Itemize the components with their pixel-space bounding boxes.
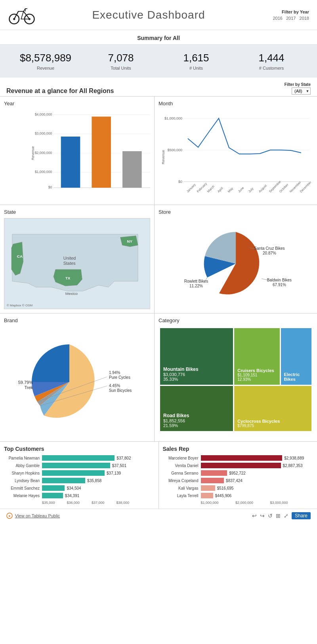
svg-text:Mexico: Mexico [65,291,78,296]
kpi-revenue-value: $8,578,989 [8,52,83,64]
customer-value: $37,139 [107,471,121,475]
revenue-header: Revenue at a glance for All Regions Filt… [0,78,317,96]
customer-bar [42,455,115,461]
svg-text:$2,000,000: $2,000,000 [35,151,52,155]
svg-text:$0: $0 [178,180,182,184]
svg-text:4.45%: 4.45% [109,384,120,388]
svg-text:States: States [63,261,76,266]
year-month-row: Year $4,000,000 $3,000,000 $2,000,000 $1… [0,96,317,205]
svg-text:Baldwin Bikes: Baldwin Bikes [267,278,292,282]
customer-value: $34,504 [67,486,81,490]
year-2016[interactable]: 2016 [273,16,282,21]
back-icon[interactable]: ↺ [268,513,273,519]
kpi-customers-value: 1,444 [234,52,309,64]
svg-text:NY: NY [127,239,132,243]
svg-text:Santa Cruz Bikes: Santa Cruz Bikes [254,246,285,251]
svg-text:February: February [196,182,208,193]
customer-bar [42,493,63,498]
header: Executive Dashboard Filter by Year 2016 … [0,0,317,30]
rep-bar [201,478,224,483]
customer-row: Sharyn Hopkins $37,139 [4,470,155,476]
store-pie-chart: Santa Cruz Bikes 20.87% Rowlett Bikes 11… [172,220,299,307]
month-line-chart: Revenue $1,000,000 $500,000 $0 January F… [158,110,313,201]
rep-x-3m: $3,000,000 [270,501,288,505]
rep-name: Mireya Copeland [163,479,199,483]
svg-text:Trek: Trek [24,385,33,390]
road-bikes-value: $1,852,556 [163,418,230,423]
kpi-revenue: $8,578,989 Revenue [8,52,83,70]
year-bar-chart: $4,000,000 $3,000,000 $2,000,000 $1,000,… [31,110,150,191]
us-map-svg: CA TX NY United States Mexico [4,218,150,309]
filter-year: Filter by Year 2016 2017 2018 [262,9,309,21]
kpi-customers: 1,444 # Customers [234,52,309,70]
rep-value: $445,906 [215,494,232,498]
svg-text:2018: 2018 [128,190,137,191]
customer-name: Emmitt Sanchez [4,486,40,490]
customer-name: Melanie Hayes [4,494,40,498]
svg-text:October: October [279,183,289,194]
kpi-total-units-label: Total Units [83,66,158,70]
svg-text:United: United [63,256,76,260]
cyclocross-label: Cyclocross Bicycles [237,419,308,424]
year-2018[interactable]: 2018 [300,16,309,21]
bar-2016 [61,137,80,188]
state-chart-title: State [4,209,150,215]
undo-icon[interactable]: ↩ [252,513,257,519]
customer-value: $37,501 [112,464,126,468]
redo-icon[interactable]: ↪ [260,513,265,519]
tableau-icon: ✦ [6,513,13,519]
road-bikes-label: Road Bikes [163,413,230,418]
svg-text:✦: ✦ [8,514,11,518]
svg-text:March: March [206,184,215,193]
store-pie-area: Santa Cruz Bikes 20.87% Rowlett Bikes 11… [158,218,313,309]
brand-chart-panel: Brand [0,313,155,441]
expand-icon[interactable]: ⤢ [284,513,288,519]
year-2017[interactable]: 2017 [286,16,296,21]
rep-value: $2,938,889 [284,456,304,460]
mountain-bikes-pct: 35.33% [163,377,230,382]
cyclocross-value: $799,875 [237,424,308,428]
category-road: Road Bikes $1,852,556 21.59% [160,386,233,431]
customer-row: Abby Gamble $37,501 [4,463,155,468]
customer-value: $34,391 [65,494,79,498]
year-chart-title: Year [4,101,150,106]
svg-text:$3,000,000: $3,000,000 [35,131,52,135]
cruisers-label: Cruisers Bicycles [237,368,276,373]
filter-year-values[interactable]: 2016 2017 2018 [262,16,309,21]
rep-name: Kali Vargas [163,486,199,490]
footer: ✦ View on Tableau Public ↩ ↪ ↺ ⊞ ⤢ Share [0,509,317,522]
brand-pie-chart: 59.79% Trek 1.94% Pure Cycles 4.45% Sun … [6,329,149,435]
store-chart-title: Store [158,209,313,215]
filter-state-select[interactable]: (All) [292,87,311,95]
customers-x-axis: $35,000 $36,000 $37,000 $38,000 [42,501,129,505]
customer-name: Lyndsey Bean [4,479,40,483]
sales-rep-row: Mireya Copeland $837,424 [163,478,313,483]
svg-text:August: August [258,184,268,194]
rep-name: Marcelene Boyer [163,456,199,460]
us-map: CA TX NY United States Mexico © Mapbox ©… [4,218,150,309]
customer-value: $37,802 [116,456,131,460]
salesrep-x-axis: $1,000,000 $2,000,000 $3,000,000 [201,501,288,505]
svg-text:May: May [227,186,234,193]
view-on-tableau-label[interactable]: View on Tableau Public [15,513,60,518]
footer-left[interactable]: ✦ View on Tableau Public [6,513,60,519]
top-customers-list: Pamelia Newman $37,802 Abby Gamble $37,5… [4,455,155,498]
rep-value: $516,695 [217,486,234,490]
svg-text:11.22%: 11.22% [189,284,203,288]
category-treemap: Mountain Bikes $3,030,776 35.33% Cruiser… [158,327,313,433]
svg-text:1.94%: 1.94% [109,370,120,375]
mountain-bikes-label: Mountain Bikes [163,367,230,372]
sales-rep-panel: Sales Rep Marcelene Boyer $2,938,889 Ven… [159,442,317,509]
sales-rep-title: Sales Rep [163,446,313,452]
customer-row: Melanie Hayes $34,391 [4,493,155,498]
share-button[interactable]: Share [292,512,311,519]
footer-right: ↩ ↪ ↺ ⊞ ⤢ Share [252,512,311,519]
filter-state-wrapper[interactable]: (All) ▼ [292,87,311,95]
brand-category-row: Brand [0,313,317,441]
svg-text:$500,000: $500,000 [167,148,182,152]
sales-rep-row: Layla Terrell $445,906 [163,493,313,498]
svg-text:Sun Bicycles: Sun Bicycles [109,388,132,393]
bar-2018 [122,151,142,188]
monitor-icon[interactable]: ⊞ [276,513,281,519]
customer-bar [42,463,110,468]
